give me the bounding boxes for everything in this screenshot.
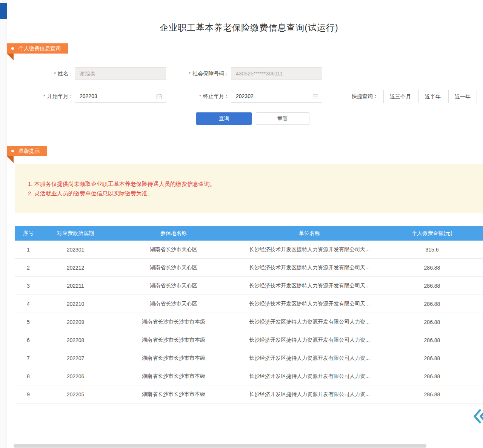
- reset-button[interactable]: 重置: [256, 112, 309, 125]
- cell-employer: 长沙经济开发区捷特人力资源开发有限公司人力资...: [238, 331, 381, 349]
- end-month-label: *终止年月：: [166, 90, 229, 103]
- name-label: *姓名：: [23, 67, 74, 80]
- section-tag-label: 个人缴费信息查询: [18, 43, 61, 54]
- table-row: 3 202211 湖南省长沙市天心区 长沙经济技术开发区捷特人力资源开发有限公司…: [15, 277, 483, 295]
- bullet-dot-icon: [11, 150, 14, 152]
- left-rail: [0, 0, 6, 448]
- table-row: 7 202207 湖南省长沙市长沙市市本级 长沙经济开发区捷特人力资源开发有限公…: [15, 349, 483, 367]
- quick-btn-last-half-year[interactable]: 近半年: [418, 90, 447, 103]
- query-button[interactable]: 查询: [196, 112, 252, 125]
- cell-period: 202205: [42, 385, 109, 403]
- table-row: 6 202208 湖南省长沙市长沙市市本级 长沙经济开发区捷特人力资源开发有限公…: [15, 331, 483, 349]
- cell-amount: 286.88: [381, 385, 483, 403]
- name-field[interactable]: 谢旭泰: [75, 67, 166, 80]
- cell-seq: 8: [15, 367, 42, 385]
- cell-insured-place: 湖南省长沙市长沙市市本级: [109, 349, 238, 367]
- cell-insured-place: 湖南省长沙市天心区: [109, 277, 238, 295]
- cell-employer: 长沙经济开发区捷特人力资源开发有限公司人力资...: [238, 349, 381, 367]
- cell-seq: 4: [15, 295, 42, 313]
- required-asterisk: *: [189, 71, 191, 77]
- cell-insured-place: 湖南省长沙市天心区: [109, 241, 238, 258]
- quick-btn-last-year[interactable]: 近一年: [448, 90, 477, 103]
- quick-query-label: 快捷查询：: [352, 90, 378, 103]
- ssn-label: *社会保障号码：: [166, 67, 229, 80]
- cell-seq: 2: [15, 259, 42, 276]
- cell-insured-place: 湖南省长沙市长沙市市本级: [109, 331, 238, 349]
- cell-seq: 9: [15, 385, 42, 403]
- required-asterisk: *: [43, 94, 45, 99]
- start-month-label: *开始年月：: [23, 90, 74, 103]
- cell-amount: 286.88: [381, 367, 483, 385]
- cell-period: 202210: [42, 295, 109, 313]
- cell-amount: 286.88: [381, 295, 483, 313]
- cell-insured-place: 湖南省长沙市天心区: [109, 259, 238, 276]
- tips-line: 2. 灵活就业人员的缴费单位信息以实际缴费为准。: [28, 189, 475, 198]
- ssn-field[interactable]: 430525******306111: [231, 67, 322, 80]
- quick-query-group: 近三个月 近半年 近一年: [383, 90, 477, 103]
- tips-notice-box: 1. 本服务仅提供尚未领取企业职工基本养老保险待遇人员的缴费信息查询。 2. 灵…: [15, 164, 483, 213]
- required-asterisk: *: [199, 94, 201, 99]
- calendar-icon[interactable]: [156, 94, 162, 100]
- table-body: 1 202301 湖南省长沙市天心区 长沙经济技术开发区捷特人力资源开发有限公司…: [15, 241, 483, 404]
- cell-employer: 长沙经济技术开发区捷特人力资源开发有限公司天...: [238, 241, 381, 258]
- tips-line: 1. 本服务仅提供尚未领取企业职工基本养老保险待遇人员的缴费信息查询。: [28, 179, 475, 189]
- cell-insured-place: 湖南省长沙市长沙市市本级: [109, 367, 238, 385]
- calendar-icon[interactable]: [312, 94, 318, 100]
- cell-employer: 长沙经济开发区捷特人力资源开发有限公司人力资...: [238, 367, 381, 385]
- start-month-field[interactable]: 202203: [75, 90, 166, 103]
- required-asterisk: *: [54, 71, 56, 77]
- cell-employer: 长沙经济开发区捷特人力资源开发有限公司人力资...: [238, 313, 381, 331]
- cell-amount: 315.6: [381, 241, 483, 258]
- cell-period: 202301: [42, 241, 109, 258]
- col-header-employer: 单位名称: [238, 226, 381, 241]
- cell-amount: 286.88: [381, 259, 483, 276]
- col-header-insured-place: 参保地名称: [109, 226, 238, 241]
- section-tag-tips: 温馨提示: [7, 146, 47, 156]
- cell-amount: 286.88: [381, 313, 483, 331]
- cell-period: 202208: [42, 331, 109, 349]
- cell-insured-place: 湖南省长沙市长沙市市本级: [109, 385, 238, 403]
- cell-period: 202211: [42, 277, 109, 295]
- cell-seq: 5: [15, 313, 42, 331]
- bullet-dot-icon: [11, 47, 14, 50]
- table-row: 9 202205 湖南省长沙市长沙市市本级 长沙经济开发区捷特人力资源开发有限公…: [15, 385, 483, 404]
- table-header-row: 序号 对应费款所属期 参保地名称 单位名称 个人缴费金额(元): [15, 226, 483, 241]
- cell-employer: 长沙经济技术开发区捷特人力资源开发有限公司天...: [238, 295, 381, 313]
- section-tag-label: 温馨提示: [18, 146, 40, 156]
- sidebar-blue-block: [0, 3, 7, 19]
- table-row: 1 202301 湖南省长沙市天心区 长沙经济技术开发区捷特人力资源开发有限公司…: [15, 241, 483, 259]
- table-row: 2 202212 湖南省长沙市天心区 长沙经济技术开发区捷特人力资源开发有限公司…: [15, 259, 483, 277]
- cell-amount: 286.88: [381, 331, 483, 349]
- col-header-amount: 个人缴费金额(元): [381, 226, 483, 241]
- cell-employer: 长沙经济技术开发区捷特人力资源开发有限公司天...: [238, 277, 381, 295]
- collapse-double-chevron-icon[interactable]: [472, 408, 483, 425]
- section-tag-personal-payment-query: 个人缴费信息查询: [7, 43, 68, 54]
- cell-seq: 3: [15, 277, 42, 295]
- cell-employer: 长沙经济开发区捷特人力资源开发有限公司人力资...: [238, 385, 381, 403]
- cell-period: 202206: [42, 367, 109, 385]
- cell-seq: 7: [15, 349, 42, 367]
- cell-period: 202207: [42, 349, 109, 367]
- table-row: 4 202210 湖南省长沙市天心区 长沙经济技术开发区捷特人力资源开发有限公司…: [15, 295, 483, 313]
- page-title: 企业职工基本养老保险缴费信息查询(试运行): [15, 22, 483, 34]
- table-row: 8 202206 湖南省长沙市长沙市市本级 长沙经济开发区捷特人力资源开发有限公…: [15, 367, 483, 385]
- cell-amount: 286.88: [381, 349, 483, 367]
- end-month-field[interactable]: 202302: [231, 90, 322, 103]
- cell-insured-place: 湖南省长沙市长沙市市本级: [109, 313, 238, 331]
- cell-insured-place: 湖南省长沙市天心区: [109, 295, 238, 313]
- payment-table: 序号 对应费款所属期 参保地名称 单位名称 个人缴费金额(元) 1 202301…: [15, 226, 483, 404]
- col-header-period: 对应费款所属期: [42, 226, 109, 241]
- horizontal-scrollbar[interactable]: [14, 444, 426, 448]
- quick-btn-last-3-months[interactable]: 近三个月: [383, 90, 417, 103]
- col-header-seq: 序号: [15, 226, 42, 241]
- cell-amount: 286.88: [381, 277, 483, 295]
- table-row: 5 202209 湖南省长沙市长沙市市本级 长沙经济开发区捷特人力资源开发有限公…: [15, 313, 483, 331]
- cell-employer: 长沙经济技术开发区捷特人力资源开发有限公司天...: [238, 259, 381, 276]
- cell-period: 202212: [42, 259, 109, 276]
- cell-seq: 1: [15, 241, 42, 258]
- cell-seq: 6: [15, 331, 42, 349]
- cell-period: 202209: [42, 313, 109, 331]
